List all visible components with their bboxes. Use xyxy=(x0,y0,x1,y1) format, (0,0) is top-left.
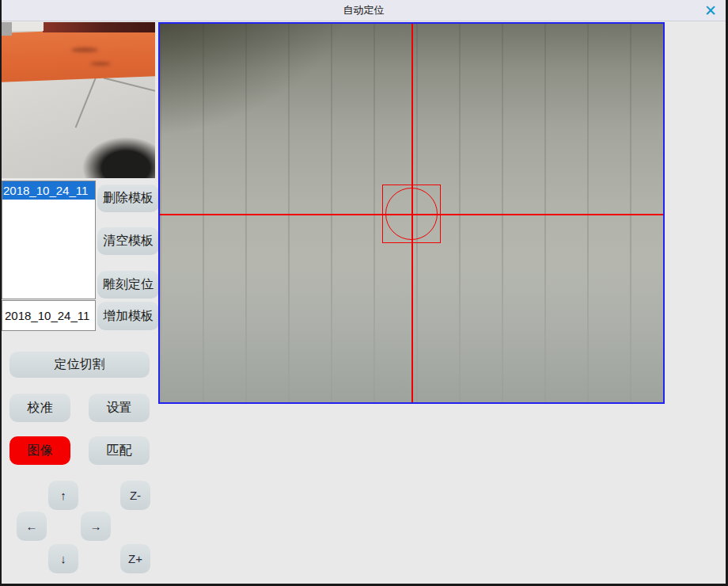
position-cut-button[interactable]: 定位切割 xyxy=(9,352,150,378)
thumb-smudge xyxy=(90,62,111,66)
settings-button[interactable]: 设置 xyxy=(89,394,150,422)
close-icon[interactable]: ✕ xyxy=(701,2,720,21)
jog-up-button[interactable]: ↑ xyxy=(48,481,78,510)
jog-z-plus-button[interactable]: Z+ xyxy=(120,544,150,573)
template-listbox[interactable]: 2018_10_24_11 xyxy=(2,181,96,299)
camera-view[interactable] xyxy=(158,22,665,404)
template-name-input[interactable] xyxy=(2,300,96,331)
target-circle-overlay xyxy=(385,188,438,240)
camera-feed xyxy=(160,24,663,402)
titlebar: 自动定位 ✕ xyxy=(2,0,726,21)
thumb-white-sliver xyxy=(12,22,44,31)
jog-down-button[interactable]: ↓ xyxy=(48,544,78,573)
template-preview-image xyxy=(2,22,155,178)
clear-templates-button[interactable]: 清空模板 xyxy=(97,227,159,255)
jog-right-button[interactable]: → xyxy=(81,512,111,541)
dialog-title: 自动定位 xyxy=(2,0,726,21)
calibrate-button[interactable]: 校准 xyxy=(9,394,70,422)
add-template-button[interactable]: 增加模板 xyxy=(97,302,159,330)
delete-template-button[interactable]: 删除模板 xyxy=(97,185,159,212)
auto-position-dialog: 自动定位 ✕ 2018_10_24_11 删除模板 清空模板 雕刻定位 增加模板… xyxy=(0,0,728,586)
jog-left-button[interactable]: ← xyxy=(17,512,47,541)
thumb-maroon-strip xyxy=(43,22,155,32)
thumb-gray-block xyxy=(2,22,12,36)
thumb-smudge xyxy=(71,48,98,52)
thumb-orange-edge xyxy=(2,27,155,82)
image-button[interactable]: 图像 xyxy=(9,436,70,465)
jog-z-minus-button[interactable]: Z- xyxy=(120,481,150,510)
match-button[interactable]: 匹配 xyxy=(89,436,150,465)
engrave-position-button[interactable]: 雕刻定位 xyxy=(97,271,159,299)
template-list-item[interactable]: 2018_10_24_11 xyxy=(2,181,95,200)
